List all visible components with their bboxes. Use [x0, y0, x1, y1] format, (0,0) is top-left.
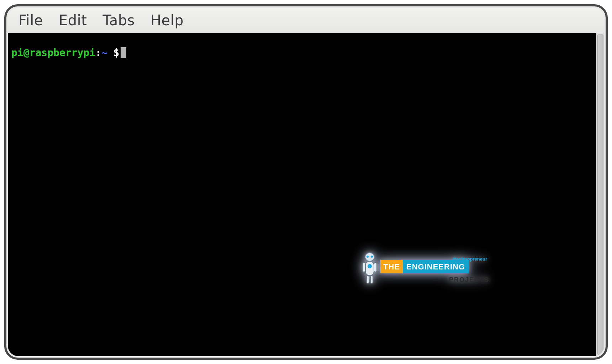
watermark-bar: THE ENGINEERING	[380, 260, 469, 273]
menubar: File Edit Tabs Help	[8, 8, 604, 33]
watermark-the: THE	[380, 260, 403, 273]
menu-edit[interactable]: Edit	[56, 10, 95, 31]
svg-rect-5	[365, 261, 374, 275]
prompt-at: @	[23, 47, 30, 59]
menu-help[interactable]: Help	[148, 10, 191, 31]
window-inner: File Edit Tabs Help pi@raspberrypi:~ $	[8, 8, 604, 356]
prompt-host: raspberrypi	[30, 47, 95, 59]
svg-point-6	[368, 264, 372, 268]
svg-rect-10	[370, 275, 373, 283]
watermark-tag: #technopreneur	[452, 253, 487, 265]
cursor-icon	[121, 47, 126, 58]
prompt-user: pi	[11, 47, 23, 59]
terminal-window: File Edit Tabs Help pi@raspberrypi:~ $	[4, 4, 608, 360]
watermark-logo: #technopreneur THE ENGINEERING PROJECTS	[375, 255, 489, 287]
scrollbar-thumb[interactable]	[597, 34, 603, 355]
svg-rect-9	[366, 275, 369, 283]
prompt-space	[107, 47, 114, 59]
svg-point-1	[366, 256, 369, 258]
svg-rect-8	[374, 263, 377, 272]
menu-tabs[interactable]: Tabs	[100, 10, 143, 31]
terminal-area: pi@raspberrypi:~ $	[8, 33, 604, 356]
vertical-scrollbar[interactable]	[596, 33, 604, 356]
robot-icon	[360, 252, 380, 286]
prompt-line: pi@raspberrypi:~ $	[11, 36, 592, 70]
svg-point-2	[371, 256, 373, 258]
menu-file[interactable]: File	[16, 10, 51, 31]
prompt-path: ~	[101, 47, 107, 59]
watermark-engineering: ENGINEERING	[403, 260, 469, 273]
prompt-colon: :	[95, 47, 101, 59]
prompt-dollar: $	[114, 47, 120, 59]
watermark-projects: PROJECTS	[380, 274, 489, 285]
svg-point-0	[365, 253, 374, 261]
terminal[interactable]: pi@raspberrypi:~ $	[8, 33, 596, 356]
svg-rect-7	[363, 263, 365, 272]
